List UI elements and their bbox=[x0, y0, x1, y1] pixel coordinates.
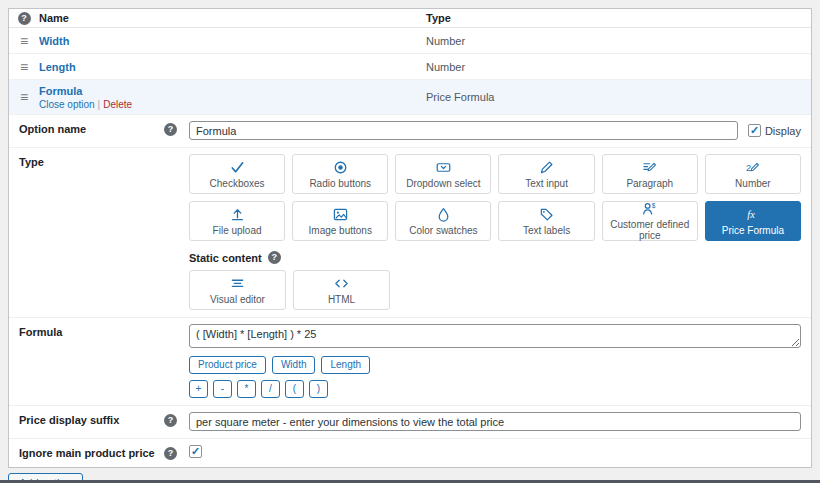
tag-icon bbox=[539, 207, 554, 222]
type-option-button[interactable]: Radio buttons bbox=[292, 154, 388, 194]
type-option-label: Text input bbox=[525, 178, 568, 189]
product-options-page: ? Name Type ≡ Width | Number bbox=[0, 0, 820, 483]
formula-operator-button[interactable]: ( bbox=[285, 380, 304, 398]
option-name-cell: Width | bbox=[39, 35, 426, 47]
formula-icon: fx bbox=[745, 207, 760, 222]
formula-input[interactable]: ( [Width] * [Length] ) * 25 bbox=[189, 324, 801, 348]
delete-option-link[interactable]: Delete bbox=[103, 99, 132, 110]
type-label-cell: Type bbox=[9, 148, 185, 317]
option-name-link[interactable]: Width bbox=[39, 35, 69, 47]
formula-operator-button[interactable]: / bbox=[261, 380, 280, 398]
type-option-button[interactable]: fx Price Formula bbox=[705, 201, 801, 241]
type-option-label: Radio buttons bbox=[309, 178, 371, 189]
option-name-link[interactable]: Formula bbox=[39, 85, 82, 97]
type-option-label: Customer defined price bbox=[605, 219, 695, 241]
type-options-grid: Checkboxes Radio buttons Dropdown select bbox=[189, 154, 801, 241]
formula-variable-button[interactable]: Width bbox=[272, 356, 316, 374]
text-input-icon bbox=[539, 160, 554, 175]
type-content: Checkboxes Radio buttons Dropdown select bbox=[185, 148, 811, 317]
help-icon[interactable]: ? bbox=[268, 251, 281, 264]
table-row: ≡ Formula Close option|Delete Price Form… bbox=[9, 80, 811, 115]
option-type-cell: Price Formula bbox=[426, 91, 811, 103]
options-table-header: ? Name Type bbox=[9, 9, 811, 28]
type-option-button[interactable]: Dropdown select bbox=[395, 154, 491, 194]
help-icon[interactable]: ? bbox=[164, 447, 177, 460]
type-option-label: Text labels bbox=[523, 225, 570, 236]
drag-handle-icon[interactable]: ≡ bbox=[20, 60, 28, 74]
price-display-suffix-content bbox=[185, 406, 811, 438]
price-display-suffix-input[interactable] bbox=[189, 412, 801, 431]
type-option-label: Dropdown select bbox=[406, 178, 480, 189]
row-actions: Close option|Delete bbox=[39, 99, 426, 110]
close-option-link[interactable]: Close option bbox=[39, 99, 95, 110]
price-display-suffix-label: Price display suffix bbox=[19, 414, 119, 426]
static-option-label: Visual editor bbox=[210, 294, 265, 305]
static-option-label: HTML bbox=[328, 294, 355, 305]
formula-variable-button[interactable]: Length bbox=[321, 356, 370, 374]
formula-variable-button[interactable]: Product price bbox=[189, 356, 266, 374]
drag-handle-cell: ≡ bbox=[9, 90, 39, 104]
checkbox-icon bbox=[230, 160, 245, 175]
type-option-label: File upload bbox=[213, 225, 262, 236]
type-option-button[interactable]: Color swatches bbox=[395, 201, 491, 241]
checkbox-box bbox=[748, 124, 761, 137]
formula-variable-buttons: Product price Width Length bbox=[189, 356, 801, 374]
type-option-button[interactable]: Paragraph bbox=[602, 154, 698, 194]
option-name-content: Display bbox=[185, 115, 811, 147]
help-icon[interactable]: ? bbox=[164, 123, 177, 136]
drag-handle-icon[interactable]: ≡ bbox=[20, 34, 28, 48]
column-header-type: Type bbox=[426, 12, 811, 24]
formula-label-cell: Formula bbox=[9, 318, 185, 405]
svg-text:$: $ bbox=[652, 202, 656, 209]
formula-content: ( [Width] * [Length] ) * 25 Product pric… bbox=[185, 318, 811, 405]
type-label: Type bbox=[19, 156, 44, 168]
option-type-cell: Number bbox=[426, 35, 811, 47]
actions-separator: | bbox=[98, 99, 101, 110]
ignore-price-checkbox[interactable] bbox=[189, 445, 202, 458]
option-name-cell: Length | bbox=[39, 61, 426, 73]
price-display-suffix-row: Price display suffix ? bbox=[9, 406, 811, 439]
header-help-cell: ? bbox=[9, 12, 39, 25]
table-row: ≡ Width | Number bbox=[9, 28, 811, 54]
formula-operator-button[interactable]: + bbox=[189, 380, 208, 398]
dropdown-icon bbox=[436, 160, 451, 175]
static-content-button[interactable]: HTML bbox=[293, 270, 390, 310]
option-name-cell: Formula Close option|Delete bbox=[39, 85, 426, 110]
formula-operator-button[interactable]: * bbox=[237, 380, 256, 398]
type-option-button[interactable]: Image buttons bbox=[292, 201, 388, 241]
drag-handle-cell: ≡ bbox=[9, 34, 39, 48]
drag-handle-icon[interactable]: ≡ bbox=[20, 90, 28, 104]
paragraph-icon bbox=[642, 160, 657, 175]
type-option-button[interactable]: File upload bbox=[189, 201, 285, 241]
type-option-label: Price Formula bbox=[722, 225, 784, 236]
help-icon[interactable]: ? bbox=[18, 12, 31, 25]
droplet-icon bbox=[436, 207, 451, 222]
formula-operator-buttons: + - * / ( ) bbox=[189, 380, 801, 398]
formula-operator-button[interactable]: ) bbox=[309, 380, 328, 398]
type-option-button[interactable]: Text input bbox=[498, 154, 594, 194]
type-option-button[interactable]: 2 Number bbox=[705, 154, 801, 194]
price-display-suffix-label-cell: Price display suffix ? bbox=[9, 406, 185, 438]
ignore-price-row: Ignore main product price ? bbox=[9, 439, 811, 467]
option-name-link[interactable]: Length bbox=[39, 61, 76, 73]
option-name-input[interactable] bbox=[189, 121, 738, 140]
static-content-label-row: Static content ? bbox=[189, 251, 801, 264]
code-icon bbox=[334, 276, 349, 291]
help-icon[interactable]: ? bbox=[164, 414, 177, 427]
static-content-options: Visual editor HTML bbox=[189, 270, 801, 310]
type-option-button[interactable]: $ Customer defined price bbox=[602, 201, 698, 241]
column-header-name: Name bbox=[39, 12, 426, 24]
type-option-button[interactable]: Text labels bbox=[498, 201, 594, 241]
type-option-button[interactable]: Checkboxes bbox=[189, 154, 285, 194]
display-checkbox[interactable] bbox=[748, 124, 761, 137]
type-option-label: Color swatches bbox=[409, 225, 477, 236]
table-row: ≡ Length | Number bbox=[9, 54, 811, 80]
customer-price-icon: $ bbox=[642, 201, 657, 216]
static-content-button[interactable]: Visual editor bbox=[189, 270, 286, 310]
option-name-label-cell: Option name ? bbox=[9, 115, 185, 147]
svg-text:2: 2 bbox=[746, 162, 751, 172]
formula-operator-button[interactable]: - bbox=[213, 380, 232, 398]
display-checkbox-field[interactable]: Display bbox=[748, 124, 801, 137]
checkbox-box bbox=[189, 445, 202, 458]
drag-handle-cell: ≡ bbox=[9, 60, 39, 74]
